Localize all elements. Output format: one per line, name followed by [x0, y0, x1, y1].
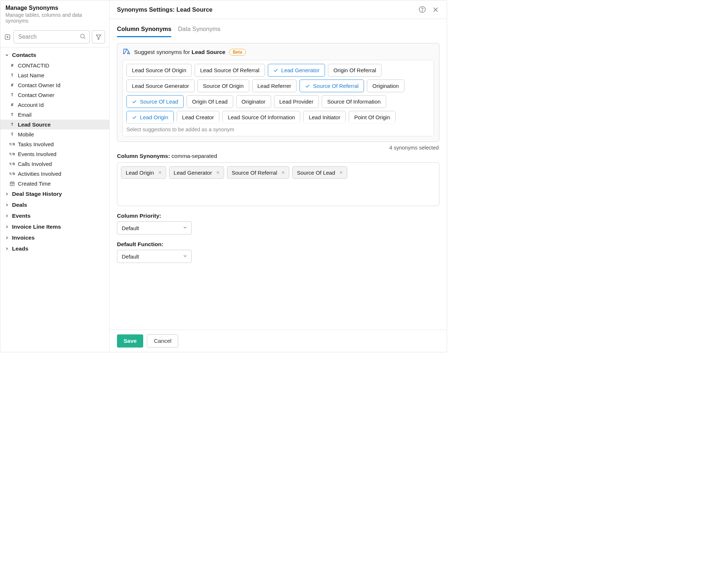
tab[interactable]: Column Synonyms — [117, 23, 171, 37]
type-text-icon: T — [9, 112, 15, 118]
check-icon — [132, 115, 137, 120]
tree-group[interactable]: Events — [0, 210, 109, 221]
tree-group[interactable]: Invoices — [0, 232, 109, 243]
suggestion-chip[interactable]: Lead Source Of Referral — [195, 64, 265, 77]
chip-label: Source Of Information — [327, 98, 381, 105]
suggest-head-text: Suggest synonyms for Lead Source — [134, 49, 226, 55]
chevron-down-icon — [5, 52, 10, 58]
close-button[interactable] — [431, 5, 439, 13]
save-button[interactable]: Save — [117, 334, 143, 348]
chevron-right-icon — [5, 235, 10, 241]
chip-label: Lead Source Of Origin — [132, 67, 186, 73]
svg-text:17: 17 — [11, 183, 13, 185]
suggestion-chip[interactable]: Origination — [367, 79, 404, 92]
type-hash-icon: # — [9, 63, 15, 69]
priority-dropdown[interactable]: Default — [117, 221, 192, 234]
suggestion-chip[interactable]: Lead Referrer — [252, 79, 297, 92]
suggest-box: Suggest synonyms for Lead Source Beta Le… — [117, 43, 439, 142]
suggest-head: Suggest synonyms for Lead Source Beta — [122, 48, 434, 56]
svg-point-3 — [81, 34, 85, 38]
filter-icon — [95, 34, 102, 40]
tree-group-contacts[interactable]: Contacts — [0, 50, 109, 61]
remove-chip-button[interactable] — [216, 170, 220, 175]
tree-item-label: Email — [18, 112, 32, 118]
tree-item[interactable]: Y/NEvents Involved — [0, 149, 109, 159]
search-icon — [79, 33, 86, 41]
suggestion-chip[interactable]: Lead Source Generator — [126, 79, 195, 92]
tree-group-label: Contacts — [12, 52, 36, 58]
suggestion-chip[interactable]: Origin Of Lead — [187, 95, 233, 108]
type-text-icon: T — [9, 92, 15, 98]
chip-label: Source Of Referral — [313, 83, 359, 89]
tree-item[interactable]: TLast Name — [0, 70, 109, 80]
tree-group[interactable]: Invoice Line Items — [0, 221, 109, 232]
chip-label: Origin Of Referral — [333, 67, 376, 73]
tree-group-label: Events — [12, 213, 31, 219]
filter-button[interactable] — [92, 30, 105, 43]
type-date-icon: 17 — [9, 181, 15, 187]
search-input[interactable] — [13, 30, 90, 43]
left-subtitle: Manage tables, columns and data synonyms — [5, 12, 104, 24]
chip-label: Lead Creator — [182, 114, 214, 120]
chip-label: Lead Origin — [126, 170, 154, 176]
tree-item[interactable]: Y/NActivities Involved — [0, 169, 109, 179]
type-yn-icon: Y/N — [9, 171, 15, 177]
help-button[interactable] — [418, 5, 426, 13]
chip-label: Source Of Origin — [203, 83, 244, 89]
type-text-icon: T — [9, 132, 15, 137]
selected-synonyms-box[interactable]: Lead OriginLead GeneratorSource Of Refer… — [117, 162, 439, 206]
suggestion-chip[interactable]: Source Of Information — [322, 95, 386, 108]
type-text-icon: T — [9, 73, 15, 78]
suggestion-chip[interactable]: Source Of Lead — [126, 95, 184, 108]
suggestion-chip[interactable]: Lead Provider — [274, 95, 319, 108]
tree-group-label: Deal Stage History — [12, 191, 62, 197]
chip-label: Lead Source Of Information — [228, 114, 295, 120]
tree-item[interactable]: #Contact Owner Id — [0, 80, 109, 90]
chip-label: Source Of Lead — [297, 170, 335, 176]
tree-item[interactable]: 17Created Time — [0, 179, 109, 189]
chip-label: Lead Initiator — [309, 114, 340, 120]
chip-label: Lead Source Generator — [132, 83, 189, 89]
tree-item[interactable]: TContact Owner — [0, 90, 109, 100]
suggestion-chip[interactable]: Lead Generator — [268, 64, 325, 77]
right-header: Synonyms Settings: Lead Source — [110, 0, 447, 19]
tab[interactable]: Data Synonyms — [178, 23, 220, 37]
tree-item[interactable]: TEmail — [0, 110, 109, 120]
suggestion-chip[interactable]: Source Of Referral — [300, 79, 364, 92]
check-icon — [273, 68, 278, 73]
tree-item[interactable]: Y/NTasks Involved — [0, 139, 109, 149]
selected-chip: Lead Generator — [169, 166, 224, 179]
tree-group[interactable]: Deals — [0, 199, 109, 210]
suggestion-chip[interactable]: Source Of Origin — [197, 79, 249, 92]
chip-label: Source Of Lead — [140, 98, 178, 105]
help-icon — [419, 6, 426, 13]
tree-group[interactable]: Deal Stage History — [0, 189, 109, 199]
tree-item-label: Events Involved — [18, 151, 56, 157]
default-function-dropdown[interactable]: Default — [117, 250, 192, 263]
right-title: Synonyms Settings: Lead Source — [117, 6, 418, 13]
type-hash-icon: # — [9, 82, 15, 88]
chip-label: Lead Provider — [279, 98, 313, 105]
remove-chip-button[interactable] — [281, 170, 285, 175]
tree-item[interactable]: Y/NCalls Involved — [0, 159, 109, 169]
chip-label: Origin Of Lead — [192, 98, 228, 105]
priority-value: Default — [122, 225, 139, 231]
suggestion-chip[interactable]: Originator — [236, 95, 271, 108]
right-panel: Synonyms Settings: Lead Source Column Sy… — [110, 0, 447, 352]
close-icon — [432, 6, 439, 13]
tree-item[interactable]: #Account Id — [0, 100, 109, 110]
tree-item[interactable]: TMobile — [0, 129, 109, 139]
tree-group[interactable]: Leads — [0, 243, 109, 254]
tree-item[interactable]: #CONTACTID — [0, 61, 109, 70]
cancel-button[interactable]: Cancel — [147, 334, 178, 348]
chip-label: Originator — [242, 98, 266, 105]
suggestion-chip[interactable]: Origin Of Referral — [328, 64, 382, 77]
beta-badge: Beta — [229, 49, 246, 55]
remove-chip-button[interactable] — [158, 170, 162, 175]
chevron-down-icon — [183, 253, 188, 260]
suggestion-chip[interactable]: Lead Source Of Origin — [126, 64, 192, 77]
add-button[interactable] — [3, 33, 11, 41]
tree-item[interactable]: TLead Source — [0, 120, 109, 129]
remove-chip-button[interactable] — [339, 170, 343, 175]
type-hash-icon: # — [9, 102, 15, 108]
